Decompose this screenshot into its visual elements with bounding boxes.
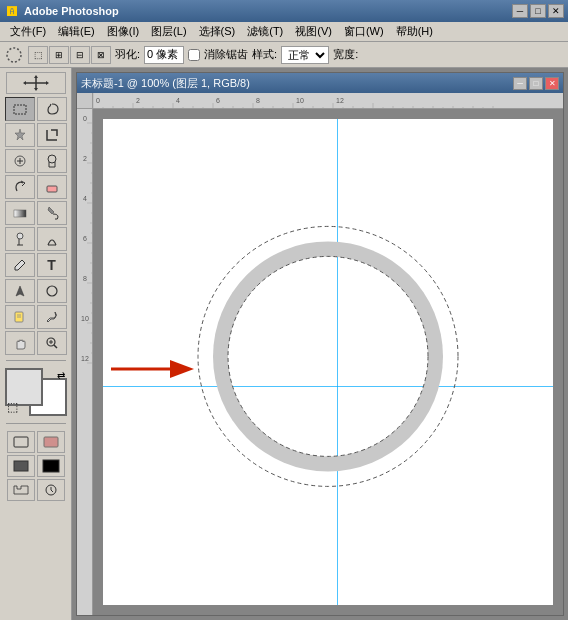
doc-restore-btn[interactable]: □ bbox=[529, 77, 543, 90]
add-selection-btn[interactable]: ⊞ bbox=[49, 46, 69, 64]
menu-window[interactable]: 窗口(W) bbox=[338, 22, 390, 41]
title-bar: 🅰 Adobe Photoshop ─ □ ✕ bbox=[0, 0, 568, 22]
svg-text:0: 0 bbox=[96, 97, 100, 104]
svg-rect-22 bbox=[14, 437, 28, 447]
menu-edit[interactable]: 编辑(E) bbox=[52, 22, 101, 41]
svg-rect-23 bbox=[44, 437, 58, 447]
quick-mask-btn[interactable] bbox=[37, 431, 65, 453]
menu-help[interactable]: 帮助(H) bbox=[390, 22, 439, 41]
restore-button[interactable]: □ bbox=[530, 4, 546, 18]
dodge-tool[interactable] bbox=[5, 227, 35, 251]
document-title: 未标题-1 @ 100% (图层 1, RGB/8) bbox=[81, 76, 513, 91]
menu-image[interactable]: 图像(I) bbox=[101, 22, 145, 41]
shape-tool[interactable] bbox=[37, 279, 67, 303]
canvas-with-rulers: 0 2 4 6 8 10 12 bbox=[77, 93, 563, 615]
new-selection-btn[interactable]: ⬚ bbox=[28, 46, 48, 64]
menu-filter[interactable]: 滤镜(T) bbox=[241, 22, 289, 41]
zoom-tool[interactable] bbox=[37, 331, 67, 355]
left-ruler: 0 2 4 6 8 10 12 bbox=[77, 109, 93, 615]
hand-tool[interactable] bbox=[5, 331, 35, 355]
color-swatches[interactable]: ⬚ ⇄ bbox=[5, 368, 67, 416]
jump-btn[interactable] bbox=[37, 479, 65, 501]
style-select[interactable]: 正常 bbox=[281, 46, 329, 64]
svg-text:4: 4 bbox=[176, 97, 180, 104]
svg-marker-4 bbox=[34, 88, 38, 91]
svg-text:10: 10 bbox=[296, 97, 304, 104]
feather-input[interactable] bbox=[144, 46, 184, 64]
svg-rect-24 bbox=[14, 461, 28, 471]
pen-tool[interactable] bbox=[5, 253, 35, 277]
svg-point-14 bbox=[47, 286, 57, 296]
svg-text:10: 10 bbox=[81, 315, 89, 322]
app-title: Adobe Photoshop bbox=[24, 5, 119, 17]
svg-line-19 bbox=[54, 345, 57, 348]
svg-text:6: 6 bbox=[216, 97, 220, 104]
stamp-tool[interactable] bbox=[37, 149, 67, 173]
menu-file[interactable]: 文件(F) bbox=[4, 22, 52, 41]
screen-mode-btn[interactable] bbox=[7, 455, 35, 477]
quick-mask-area bbox=[7, 431, 65, 501]
move-tool[interactable] bbox=[6, 72, 66, 94]
svg-rect-10 bbox=[47, 186, 57, 192]
gradient-tool[interactable] bbox=[5, 201, 35, 225]
ruler-corner bbox=[77, 93, 93, 109]
fullscreen-btn[interactable] bbox=[37, 455, 65, 477]
top-ruler: 0 2 4 6 8 10 12 bbox=[93, 93, 563, 109]
svg-marker-1 bbox=[23, 81, 26, 85]
history-brush-tool[interactable] bbox=[5, 175, 35, 199]
canvas-white bbox=[103, 119, 553, 605]
path-select-tool[interactable] bbox=[5, 279, 35, 303]
healing-tool[interactable] bbox=[5, 149, 35, 173]
menu-select[interactable]: 选择(S) bbox=[193, 22, 242, 41]
workspace: T bbox=[0, 68, 568, 620]
menu-layer[interactable]: 图层(L) bbox=[145, 22, 192, 41]
doc-close-btn[interactable]: ✕ bbox=[545, 77, 559, 90]
doc-minimize-btn[interactable]: ─ bbox=[513, 77, 527, 90]
svg-text:8: 8 bbox=[256, 97, 260, 104]
reset-colors-icon[interactable]: ⬚ bbox=[7, 400, 18, 414]
minimize-button[interactable]: ─ bbox=[512, 4, 528, 18]
antialias-label: 消除锯齿 bbox=[204, 47, 248, 62]
menu-view[interactable]: 视图(V) bbox=[289, 22, 338, 41]
svg-text:12: 12 bbox=[81, 355, 89, 362]
lasso-tool[interactable] bbox=[37, 97, 67, 121]
width-label: 宽度: bbox=[333, 47, 358, 62]
eraser-tool[interactable] bbox=[37, 175, 67, 199]
eyedropper-tool[interactable] bbox=[37, 305, 67, 329]
ring-svg bbox=[188, 216, 468, 496]
magic-wand-tool[interactable] bbox=[5, 123, 35, 147]
notes-tool[interactable] bbox=[5, 305, 35, 329]
tool-options-icon bbox=[4, 45, 24, 65]
title-bar-controls: ─ □ ✕ bbox=[512, 4, 564, 18]
toolbar: T bbox=[0, 68, 72, 620]
canvas-area: 未标题-1 @ 100% (图层 1, RGB/8) ─ □ ✕ bbox=[72, 68, 568, 620]
image-ready-btn[interactable] bbox=[7, 479, 35, 501]
text-tool[interactable]: T bbox=[37, 253, 67, 277]
antialias-checkbox[interactable] bbox=[188, 49, 200, 61]
svg-rect-5 bbox=[14, 105, 26, 114]
close-button[interactable]: ✕ bbox=[548, 4, 564, 18]
burn-tool[interactable] bbox=[37, 227, 67, 251]
standard-mode-btn[interactable] bbox=[7, 431, 35, 453]
paint-bucket-tool[interactable] bbox=[37, 201, 67, 225]
canvas-viewport[interactable] bbox=[93, 109, 563, 615]
style-label: 样式: bbox=[252, 47, 277, 62]
menu-bar: 文件(F) 编辑(E) 图像(I) 图层(L) 选择(S) 滤镜(T) 视图(V… bbox=[0, 22, 568, 42]
svg-text:12: 12 bbox=[336, 97, 344, 104]
marquee-tool[interactable] bbox=[5, 97, 35, 121]
intersect-selection-btn[interactable]: ⊠ bbox=[91, 46, 111, 64]
subtract-selection-btn[interactable]: ⊟ bbox=[70, 46, 90, 64]
feather-label: 羽化: bbox=[115, 47, 140, 62]
svg-point-109 bbox=[213, 241, 443, 471]
options-bar: ⬚ ⊞ ⊟ ⊠ 羽化: 消除锯齿 样式: 正常 宽度: bbox=[0, 42, 568, 68]
svg-text:8: 8 bbox=[83, 275, 87, 282]
left-ruler-svg: 0 2 4 6 8 10 12 bbox=[77, 109, 93, 615]
switch-colors-icon[interactable]: ⇄ bbox=[57, 370, 65, 381]
svg-point-0 bbox=[7, 48, 21, 62]
svg-text:2: 2 bbox=[83, 155, 87, 162]
top-ruler-svg: 0 2 4 6 8 10 12 bbox=[93, 93, 563, 108]
svg-point-12 bbox=[17, 233, 23, 239]
svg-point-9 bbox=[48, 155, 56, 163]
ring-shape bbox=[188, 216, 468, 496]
crop-tool[interactable] bbox=[37, 123, 67, 147]
